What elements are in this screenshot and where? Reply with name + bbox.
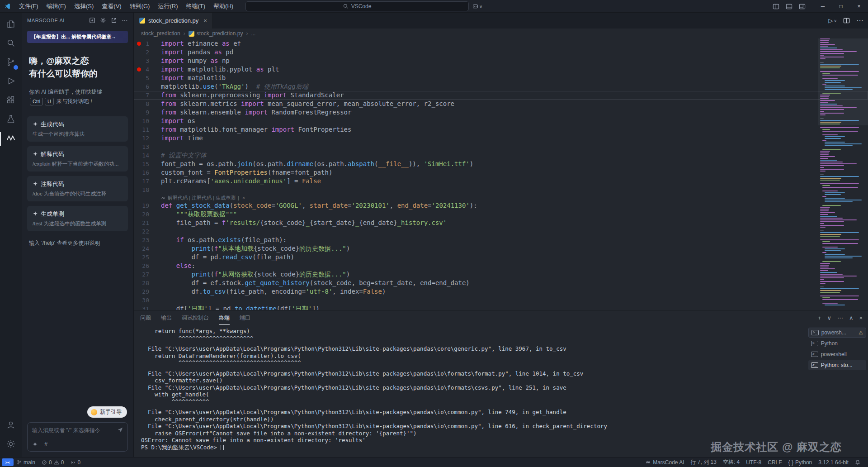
code-line-8[interactable]: 8from sklearn.metrics import mean_square… xyxy=(134,100,868,108)
code-line-28[interactable]: 28 df = ef.stock.get_quote_history(stock… xyxy=(134,279,868,287)
code-line-26[interactable]: 26 else: xyxy=(134,262,868,270)
sparkle-trigger-icon[interactable] xyxy=(32,441,38,447)
line-number[interactable]: 21 xyxy=(134,219,156,227)
code-line-15[interactable]: 15font_path = os.path.join(os.path.dirna… xyxy=(134,160,868,168)
code-line-2[interactable]: 2import pandas as pd xyxy=(134,48,868,57)
line-number[interactable]: 3 xyxy=(134,57,156,65)
breakpoint-icon[interactable] xyxy=(137,42,141,46)
breakpoint-icon[interactable] xyxy=(137,67,141,71)
code-line-25[interactable]: 25 df = pd.read_csv(file_path) xyxy=(134,253,868,262)
code-line-18[interactable]: 18 xyxy=(134,186,868,194)
code-line-9[interactable]: 9from sklearn.ensemble import RandomFore… xyxy=(134,108,868,117)
eol-indicator[interactable]: CRLF xyxy=(764,457,785,467)
code-line-6[interactable]: 6matplotlib.use('TkAgg') # 使用TkAgg后端 xyxy=(134,82,868,91)
breadcrumb-folder[interactable]: stock_prediction xyxy=(141,30,180,37)
remote-indicator[interactable]: >< xyxy=(2,458,14,466)
line-number[interactable]: 20 xyxy=(134,210,156,219)
new-chat-icon[interactable] xyxy=(89,17,95,24)
code-line-22[interactable]: 22 xyxy=(134,227,868,236)
code-line-4[interactable]: 4import matplotlib.pyplot as plt xyxy=(134,65,868,74)
panel-tab-调试控制台[interactable]: 调试控制台 xyxy=(182,311,209,325)
line-number[interactable]: 4 xyxy=(134,65,156,74)
close-panel-icon[interactable]: × xyxy=(859,315,863,321)
menu-item-6[interactable]: 终端(T) xyxy=(182,0,209,13)
code-line-11[interactable]: 11from matplotlib.font_manager import Fo… xyxy=(134,125,868,134)
code-line-24[interactable]: 24 print(f"从本地加载{stock_code}的历史数据...") xyxy=(134,244,868,253)
minimize-button[interactable]: ─ xyxy=(814,0,832,13)
codelens-actions[interactable]: 解释代码 | 注释代码 | 生成单测|× xyxy=(134,194,868,201)
toggle-panel-icon[interactable] xyxy=(786,3,793,10)
split-editor-icon[interactable] xyxy=(843,17,850,24)
code-line-17[interactable]: 17plt.rcParams['axes.unicode_minus'] = F… xyxy=(134,177,868,186)
prompt-card-2[interactable]: 注释代码/doc 为当前选中的代码生成注释 xyxy=(27,176,128,201)
code-editor[interactable]: 1import efinance as ef2import pandas as … xyxy=(134,38,868,310)
branch-indicator[interactable]: main xyxy=(14,457,38,467)
terminal-list-item-2[interactable]: >_powershell xyxy=(808,349,866,359)
line-number[interactable]: 28 xyxy=(134,279,156,287)
notifications-bell[interactable] xyxy=(852,457,863,467)
tab-stock-prediction[interactable]: stock_prediction.py × xyxy=(134,13,213,29)
marscode-status-item[interactable]: MarsCode AI xyxy=(642,457,687,467)
maximize-panel-icon[interactable]: ∧ xyxy=(849,315,854,321)
ports-indicator[interactable]: 0 xyxy=(67,457,84,467)
terminal-output[interactable]: return func(*args, **kwargs) ^^^^^^^^^^^… xyxy=(134,325,808,457)
panel-tab-问题[interactable]: 问题 xyxy=(140,311,151,325)
prompt-card-0[interactable]: 生成代码生成一个冒泡排序算法 xyxy=(27,116,128,142)
settings-gear-icon[interactable] xyxy=(0,435,22,454)
run-dropdown-icon[interactable]: ∨ xyxy=(834,19,837,23)
encoding[interactable]: UTF-8 xyxy=(743,457,764,467)
menu-item-5[interactable]: 运行(R) xyxy=(154,0,182,13)
line-number[interactable]: 15 xyxy=(134,160,156,168)
line-number[interactable]: 23 xyxy=(134,236,156,244)
codelens-close-icon[interactable]: × xyxy=(242,194,245,201)
breadcrumb[interactable]: stock_prediction › stock_prediction.py ›… xyxy=(134,29,868,38)
panel-tab-端口[interactable]: 端口 xyxy=(240,311,250,325)
cursor-position[interactable]: 行 7, 列 13 xyxy=(688,457,720,467)
run-python-button[interactable]: ▷∨ xyxy=(828,17,837,24)
line-number[interactable]: 7 xyxy=(134,91,156,100)
line-number[interactable]: 13 xyxy=(134,143,156,151)
prompt-card-1[interactable]: 解释代码/explain 解释一下当前选中函数的功... xyxy=(27,146,128,172)
code-line-23[interactable]: 23 if os.path.exists(file_path): xyxy=(134,236,868,244)
terminal-list-item-0[interactable]: >_powersh...⚠ xyxy=(808,328,866,338)
python-interpreter[interactable]: 3.12.1 64-bit xyxy=(815,457,852,467)
line-number[interactable]: 31 xyxy=(134,305,156,310)
line-number[interactable]: 30 xyxy=(134,296,156,305)
line-number[interactable]: 9 xyxy=(134,108,156,117)
line-number[interactable]: 14 xyxy=(134,151,156,160)
menu-item-0[interactable]: 文件(F) xyxy=(15,0,42,13)
line-number[interactable]: 18 xyxy=(134,186,156,194)
marscode-ai-icon[interactable] xyxy=(0,129,22,148)
line-number[interactable]: 17 xyxy=(134,177,156,186)
sidebar-gear-icon[interactable] xyxy=(100,17,106,24)
line-number[interactable]: 10 xyxy=(134,117,156,125)
line-number[interactable]: 29 xyxy=(134,287,156,296)
code-line-12[interactable]: 12import time xyxy=(134,134,868,143)
context-hash-icon[interactable]: # xyxy=(44,441,47,448)
problems-indicator[interactable]: 0 0 xyxy=(38,457,67,467)
line-number[interactable]: 1 xyxy=(134,39,156,48)
menu-item-3[interactable]: 查看(V) xyxy=(98,0,125,13)
line-number[interactable]: 5 xyxy=(134,74,156,82)
line-number[interactable]: 19 xyxy=(134,201,156,210)
code-line-21[interactable]: 21 file_path = f'results/{stock_code}_{s… xyxy=(134,219,868,227)
menu-item-7[interactable]: 帮助(H) xyxy=(209,0,237,13)
line-number[interactable]: 16 xyxy=(134,168,156,177)
panel-more-icon[interactable]: ⋯ xyxy=(837,315,843,321)
breadcrumb-symbol[interactable]: ... xyxy=(251,30,255,37)
line-number[interactable]: 26 xyxy=(134,262,156,270)
code-line-5[interactable]: 5import matplotlib xyxy=(134,74,868,82)
panel-tab-终端[interactable]: 终端 xyxy=(219,311,230,325)
annual-report-banner[interactable]: 【年度报告】出... 解锁专属代码徽章→ xyxy=(27,31,128,43)
line-number[interactable]: 27 xyxy=(134,270,156,279)
sidebar-more-icon[interactable] xyxy=(122,17,128,24)
line-number[interactable]: 25 xyxy=(134,253,156,262)
explorer-icon[interactable] xyxy=(0,15,22,34)
code-line-16[interactable]: 16custom_font = FontProperties(fname=fon… xyxy=(134,168,868,177)
code-line-7[interactable]: 7from sklearn.preprocessing import Stand… xyxy=(134,91,868,100)
line-number[interactable]: 8 xyxy=(134,100,156,108)
line-number[interactable]: 6 xyxy=(134,82,156,91)
code-line-31[interactable]: 31 df['日期'] = pd.to_datetime(df['日期']) xyxy=(134,305,868,310)
indentation[interactable]: 空格: 4 xyxy=(720,457,743,467)
maximize-button[interactable]: □ xyxy=(832,0,850,13)
